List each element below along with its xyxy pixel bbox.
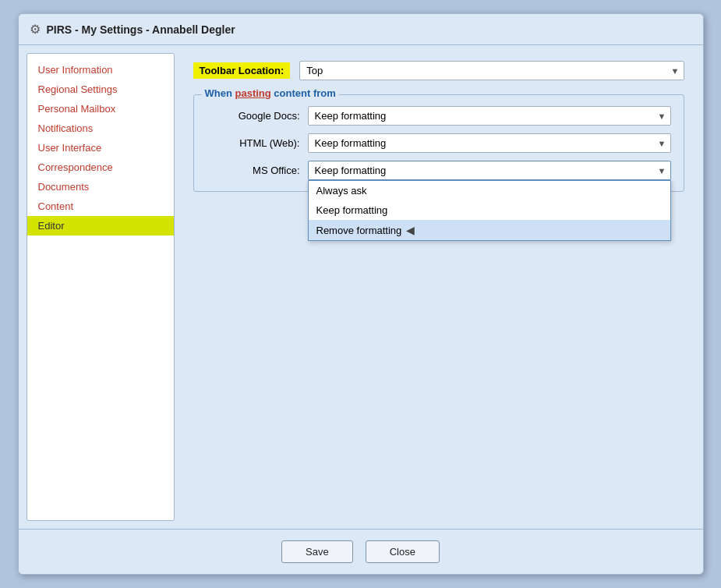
dropdown-option-always-ask[interactable]: Always ask	[309, 181, 670, 200]
paste-row-html-web: HTML (Web): Keep formatting Always ask R…	[207, 133, 671, 153]
paste-content-group: When pasting content from Google Docs: K…	[193, 94, 684, 192]
ms-office-dropdown: Always ask Keep formatting Remove format…	[308, 180, 671, 241]
paste-row-google-docs: Google Docs: Keep formatting Always ask …	[207, 106, 671, 126]
google-docs-label: Google Docs:	[207, 110, 300, 122]
ms-office-label: MS Office:	[207, 165, 300, 176]
close-button[interactable]: Close	[366, 540, 440, 563]
ms-office-select-wrapper: Keep formatting Always ask Remove format…	[308, 161, 671, 180]
sidebar-item-regional-settings[interactable]: Regional Settings	[27, 80, 174, 99]
google-docs-select[interactable]: Keep formatting Always ask Remove format…	[308, 106, 671, 126]
dialog-footer: Save Close	[19, 529, 703, 574]
paste-legend-prefix: When	[205, 87, 235, 99]
ms-office-select[interactable]: Keep formatting Always ask Remove format…	[308, 161, 671, 180]
sidebar-item-editor[interactable]: Editor	[27, 216, 174, 236]
settings-dialog: ⚙ PIRS - My Settings - Annabell Degler U…	[18, 13, 704, 575]
html-web-label: HTML (Web):	[207, 137, 300, 149]
sidebar-item-personal-mailbox[interactable]: Personal Mailbox	[27, 99, 174, 119]
dropdown-option-keep-formatting[interactable]: Keep formatting	[309, 200, 670, 220]
html-web-select-wrapper: Keep formatting Always ask Remove format…	[308, 133, 671, 153]
dialog-title: PIRS - My Settings - Annabell Degler	[47, 23, 235, 36]
title-bar: ⚙ PIRS - My Settings - Annabell Degler	[19, 14, 703, 45]
gear-icon: ⚙	[30, 22, 41, 37]
paste-legend-suffix: content from	[271, 87, 336, 99]
content-area: User InformationRegional SettingsPersona…	[19, 45, 703, 529]
google-docs-select-wrapper: Keep formatting Always ask Remove format…	[308, 106, 671, 126]
toolbar-location-label: Toolbar Location:	[193, 62, 291, 79]
toolbar-location-select[interactable]: Top Bottom Hidden	[299, 61, 684, 80]
main-panel: Toolbar Location: Top Bottom Hidden ▼ Wh…	[182, 53, 695, 521]
html-web-select[interactable]: Keep formatting Always ask Remove format…	[308, 133, 671, 153]
sidebar-item-content[interactable]: Content	[27, 197, 174, 216]
sidebar-item-correspondence[interactable]: Correspondence	[27, 158, 174, 177]
paste-row-ms-office: MS Office: Keep formatting Always ask Re…	[207, 161, 671, 180]
paste-group-legend: When pasting content from	[202, 87, 339, 99]
sidebar-item-user-interface[interactable]: User Interface	[27, 138, 174, 158]
paste-legend-underline: pasting	[235, 87, 271, 99]
sidebar-item-documents[interactable]: Documents	[27, 177, 174, 197]
dropdown-option-remove-formatting[interactable]: Remove formatting◀	[309, 220, 670, 240]
toolbar-row: Toolbar Location: Top Bottom Hidden ▼	[193, 61, 684, 80]
sidebar-item-user-information[interactable]: User Information	[27, 60, 174, 80]
sidebar: User InformationRegional SettingsPersona…	[27, 53, 175, 521]
sidebar-item-notifications[interactable]: Notifications	[27, 119, 174, 138]
save-button[interactable]: Save	[281, 540, 353, 563]
toolbar-location-select-wrapper: Top Bottom Hidden ▼	[299, 61, 684, 80]
